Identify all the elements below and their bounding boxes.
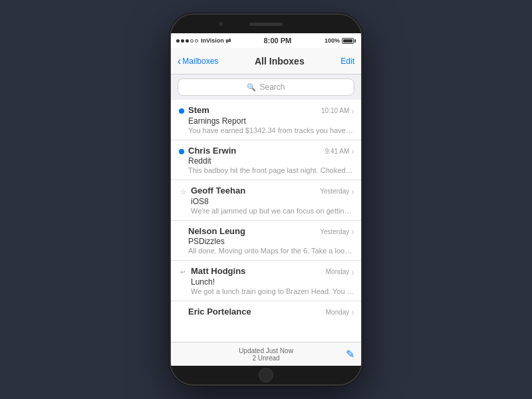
reply-indicator: ↩ [179, 268, 187, 276]
email-content: Stem 10:10 AM › Earnings Report You have… [188, 105, 354, 134]
chevron-icon: › [351, 267, 354, 277]
email-time-area: Yesterday › [320, 187, 354, 196]
email-header: Eric Portelance Monday › [188, 307, 354, 317]
email-sender: Nelson Leung [188, 226, 245, 236]
email-time-area: 9:41 AM › [325, 146, 354, 156]
chevron-icon: › [351, 146, 354, 156]
email-list: Stem 10:10 AM › Earnings Report You have… [171, 100, 361, 342]
edit-button[interactable]: Edit [340, 57, 354, 66]
search-bar-container: 🔍 Search [171, 74, 361, 100]
email-time-area: Yesterday › [320, 227, 354, 236]
email-sender: Chris Erwin [188, 146, 236, 156]
email-preview: You have earned $1342.34 from tracks you… [188, 126, 354, 134]
email-time: Yesterday [320, 188, 349, 195]
bottom-bar: Updated Just Now 2 Unread ✎ [171, 342, 361, 366]
email-content: Matt Hodgins Monday › Lunch! We got a lu… [191, 266, 354, 295]
email-time: Monday [326, 268, 350, 275]
status-bar: InVision ⇌ 8:00 PM 100% [171, 33, 361, 48]
email-sender: Geoff Teehan [191, 186, 245, 196]
back-button[interactable]: ‹ Mailboxes [178, 56, 218, 66]
email-subject: PSDizzles [188, 237, 354, 246]
email-time: 9:41 AM [325, 148, 350, 155]
email-subject: Lunch! [191, 277, 354, 287]
email-preview: All done. Moving onto Maps for the 6. Ta… [188, 247, 354, 255]
signal-dot-5 [195, 39, 198, 43]
signal-dot-1 [176, 39, 180, 43]
email-header: Nelson Leung Yesterday › [188, 226, 354, 237]
email-sender: Eric Portelance [188, 307, 251, 317]
unread-count: 2 Unread [239, 354, 293, 362]
chevron-icon: › [351, 187, 354, 196]
starred-indicator: ☆ [179, 188, 187, 196]
nav-bar: ‹ Mailboxes All Inboxes Edit [171, 48, 361, 74]
email-content: Chris Erwin 9:41 AM › Reddit This badboy… [188, 146, 354, 175]
search-icon: 🔍 [247, 83, 256, 92]
email-time: Yesterday [320, 228, 349, 235]
updated-text: Updated Just Now [239, 347, 293, 354]
status-left: InVision ⇌ [176, 37, 231, 45]
email-header: Stem 10:10 AM › [188, 105, 354, 116]
nav-title: All Inboxes [255, 56, 305, 66]
chevron-icon: › [351, 307, 354, 317]
email-subject: iOS8 [191, 197, 354, 206]
email-header: Matt Hodgins Monday › [191, 266, 354, 277]
email-preview: We got a lunch train going to Brazen Hea… [191, 287, 354, 295]
screen: InVision ⇌ 8:00 PM 100% ‹ Mailboxes All … [171, 33, 361, 366]
signal-dots [176, 39, 198, 43]
email-time: 10:10 AM [321, 107, 349, 114]
email-time-area: Monday › [326, 267, 354, 277]
battery-icon [342, 38, 356, 44]
battery-fill [343, 39, 352, 43]
phone-frame: InVision ⇌ 8:00 PM 100% ‹ Mailboxes All … [170, 13, 362, 386]
email-content: Nelson Leung Yesterday › PSDizzles All d… [188, 226, 354, 255]
email-item-geoff[interactable]: ☆ Geoff Teehan Yesterday › iOS8 We're al… [171, 180, 361, 221]
email-sender: Matt Hodgins [191, 266, 245, 276]
phone-camera [219, 22, 223, 26]
unread-indicator [179, 149, 184, 154]
email-item-matt[interactable]: ↩ Matt Hodgins Monday › Lunch! We got a … [171, 261, 361, 301]
back-label: Mailboxes [182, 57, 218, 66]
email-content: Geoff Teehan Yesterday › iOS8 We're all … [191, 186, 354, 215]
signal-dot-2 [181, 39, 184, 43]
email-time-area: 10:10 AM › [321, 106, 354, 116]
signal-dot-3 [186, 39, 189, 43]
email-header: Geoff Teehan Yesterday › [191, 186, 354, 196]
wifi-icon: ⇌ [225, 37, 231, 45]
search-placeholder: Search [259, 82, 285, 92]
home-button[interactable] [259, 368, 273, 382]
battery-percent: 100% [325, 37, 340, 44]
email-preview: We're all jammed up but we can focus on … [191, 207, 354, 215]
back-arrow-icon: ‹ [178, 56, 181, 66]
status-right: 100% [325, 37, 356, 44]
email-header: Chris Erwin 9:41 AM › [188, 146, 354, 156]
battery-tip [354, 39, 356, 43]
battery-body [342, 38, 354, 44]
email-content: Eric Portelance Monday › [188, 307, 354, 318]
carrier-label: InVision [201, 37, 224, 44]
email-subject: Reddit [188, 156, 354, 166]
status-time: 8:00 PM [264, 37, 292, 45]
phone-speaker [249, 23, 283, 26]
unread-indicator [179, 108, 184, 114]
phone-top [171, 15, 361, 33]
search-bar[interactable]: 🔍 Search [178, 78, 354, 96]
bottom-status-text: Updated Just Now 2 Unread [239, 347, 293, 362]
email-time: Monday [326, 309, 350, 316]
chevron-icon: › [351, 106, 354, 116]
email-subject: Earnings Report [188, 116, 354, 126]
no-indicator [179, 310, 184, 315]
email-item-nelson[interactable]: Nelson Leung Yesterday › PSDizzles All d… [171, 221, 361, 261]
compose-button[interactable]: ✎ [346, 348, 354, 360]
chevron-icon: › [351, 227, 354, 236]
email-item-chris[interactable]: Chris Erwin 9:41 AM › Reddit This badboy… [171, 140, 361, 181]
email-sender: Stem [188, 105, 209, 115]
no-indicator [179, 229, 184, 235]
email-item-stem[interactable]: Stem 10:10 AM › Earnings Report You have… [171, 100, 361, 140]
email-time-area: Monday › [326, 307, 354, 317]
phone-bottom [171, 366, 361, 384]
email-preview: This badboy hit the front page last nigh… [188, 166, 354, 174]
signal-dot-4 [190, 39, 194, 43]
email-item-eric[interactable]: Eric Portelance Monday › [171, 301, 361, 323]
